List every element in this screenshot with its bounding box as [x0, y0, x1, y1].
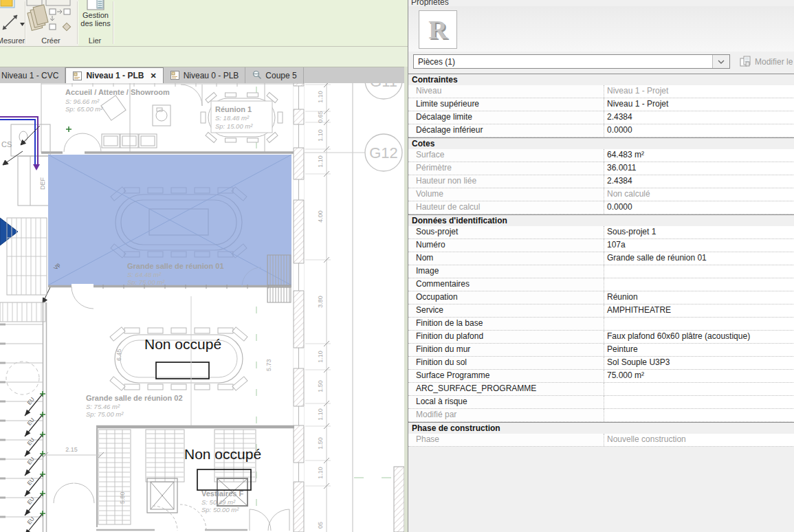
svg-text:05: 05 [317, 522, 324, 529]
svg-text:1.50: 1.50 [317, 380, 324, 392]
section-header: Contraintes [408, 74, 794, 85]
property-label: Surface [408, 149, 604, 162]
svg-text:S: 64.48 m²: S: 64.48 m² [127, 271, 162, 278]
svg-text:1.10: 1.10 [317, 351, 324, 363]
floor-plan[interactable]: G11 G12 [0, 83, 404, 532]
door-swing-dashed [6, 362, 39, 395]
stairs-left [0, 218, 47, 322]
property-value[interactable]: Non calculé [604, 188, 794, 201]
panel-lier-label[interactable]: Lier [78, 36, 112, 45]
svg-text:Non occupé: Non occupé [144, 336, 221, 352]
property-label: Local à risque [408, 396, 604, 408]
property-label: Hauteur non liée [408, 175, 604, 188]
svg-text:DEF: DEF [39, 177, 46, 190]
property-label: Occupation [408, 291, 604, 304]
property-value[interactable]: Niveau 1 - Projet [604, 85, 794, 98]
property-value[interactable] [604, 318, 794, 330]
gestion-des-liens-button[interactable]: Gestion des liens [80, 0, 111, 36]
property-value[interactable]: Niveau 1 - Projet [604, 98, 794, 111]
property-value[interactable]: Sol Souple U3P3 [604, 357, 794, 369]
property-row: Décalage limite2.4384 [408, 111, 794, 124]
close-icon[interactable]: ✕ [150, 71, 156, 80]
property-row: Sous-projetSous-projet 1 [408, 226, 794, 239]
dropdown-arrow-icon[interactable] [20, 23, 25, 26]
door-opening [71, 284, 93, 289]
partial-icon[interactable] [27, 0, 42, 5]
svg-text:S: 96.66 m²: S: 96.66 m² [65, 98, 100, 105]
svg-text:G12: G12 [369, 144, 398, 162]
edit-type-button[interactable]: Modifier le t [740, 53, 794, 70]
svg-text:Sp: 15.00 m²: Sp: 15.00 m² [215, 122, 253, 130]
drawing-area[interactable]: G11 G12 [0, 83, 404, 532]
grid-bubble-g12: G12 [365, 134, 402, 171]
property-value[interactable] [604, 409, 794, 421]
create-parts-icon[interactable] [26, 5, 49, 30]
property-value[interactable]: 0.0000 [604, 124, 794, 137]
chevron-down-icon[interactable] [712, 55, 729, 68]
property-value[interactable]: Nouvelle construction [604, 434, 794, 446]
door-swing [71, 287, 93, 309]
create-assembly-icon[interactable] [49, 9, 71, 31]
property-row: Local à risque [408, 396, 794, 409]
view-tab-niveau-0-plb[interactable]: Niveau 0 - PLB [164, 67, 246, 83]
svg-text:Vestiaires F: Vestiaires F [201, 489, 243, 498]
section-view-icon [252, 70, 262, 80]
property-label: Finition du sol [408, 357, 604, 369]
view-tab-niveau-1-plb[interactable]: Niveau 1 - PLB✕ [65, 67, 163, 83]
property-value[interactable]: Faux plafond 60x60 plâtre (acoustique) [604, 331, 794, 343]
svg-text:CS: CS [1, 140, 12, 148]
type-preview-area: R [408, 6, 794, 52]
property-value[interactable]: 64.483 m² [604, 149, 794, 162]
view-tab-label: Niveau 1 - CVC [1, 71, 58, 80]
property-value[interactable]: 0.0000 [604, 201, 794, 214]
property-row: Finition de la base [408, 318, 794, 331]
property-label: Hauteur de calcul [408, 201, 604, 214]
type-selector[interactable]: Pièces (1) [413, 54, 730, 69]
partial-icon[interactable] [46, 0, 70, 5]
svg-text:Sp: 75.00 m²: Sp: 75.00 m² [86, 410, 124, 418]
property-value[interactable]: 36.0011 [604, 162, 794, 175]
property-label: Commentaires [408, 278, 604, 291]
property-value[interactable]: 107a [604, 239, 794, 252]
property-label: Finition du plafond [408, 331, 604, 343]
property-value[interactable]: 2.4384 [604, 111, 794, 124]
property-value[interactable] [604, 278, 794, 291]
property-label: Phase [408, 434, 604, 446]
property-value[interactable]: Réunion [604, 291, 794, 304]
property-value[interactable]: Peinture [604, 344, 794, 356]
property-value[interactable] [604, 396, 794, 408]
revit-logo: R [428, 14, 447, 45]
property-value[interactable] [604, 383, 794, 395]
svg-text:Sp: 50.00 m²: Sp: 50.00 m² [201, 506, 239, 513]
property-value[interactable]: 2.4384 [604, 175, 794, 188]
property-value[interactable]: AMPHITHEATRE [604, 304, 794, 317]
svg-text:S: 75.46 m²: S: 75.46 m² [86, 403, 120, 410]
properties-title-bar[interactable]: Propriétés [408, 0, 794, 6]
property-row: Périmètre36.0011 [408, 162, 794, 175]
property-row: Surface Programme75.000 m² [408, 370, 794, 383]
panel-mesurer-label[interactable]: Mesurer [0, 36, 28, 45]
partial-tool-icon[interactable] [1, 0, 12, 6]
view-tab-label: Niveau 0 - PLB [184, 71, 239, 80]
property-value[interactable] [604, 265, 794, 278]
section-arrow[interactable] [0, 218, 18, 245]
property-row: Finition du murPeinture [408, 344, 794, 357]
measure-icon[interactable] [3, 15, 17, 30]
section-header: Phase de construction [408, 422, 794, 434]
view-tab-niveau-1-cvc[interactable]: Niveau 1 - CVC [0, 67, 65, 83]
type-selector-value: Pièces (1) [418, 57, 455, 67]
view-tab-bar: Niveau 1 - CVCNiveau 1 - PLB✕Niveau 0 - … [0, 67, 408, 83]
panel-separator [113, 1, 114, 44]
stairs-bottom [98, 430, 131, 524]
svg-text:Sp: 65.00 m²: Sp: 65.00 m² [65, 105, 103, 113]
svg-text:0.65: 0.65 [317, 111, 324, 123]
panel-creer-label[interactable]: Créer [30, 36, 71, 45]
property-value[interactable]: 75.000 m² [604, 370, 794, 382]
property-grid: ContraintesNiveauNiveau 1 - ProjetLimite… [408, 74, 794, 447]
view-tab-coupe-5[interactable]: Coupe 5 [245, 67, 303, 83]
property-value[interactable]: Grande salle de réunion 01 [604, 252, 794, 265]
svg-text:3.80: 3.80 [317, 296, 324, 308]
property-label: Service [408, 304, 604, 317]
properties-palette: Propriétés R Pièces (1) Modifier le t Co… [408, 0, 794, 532]
property-value[interactable]: Sous-projet 1 [604, 226, 794, 239]
